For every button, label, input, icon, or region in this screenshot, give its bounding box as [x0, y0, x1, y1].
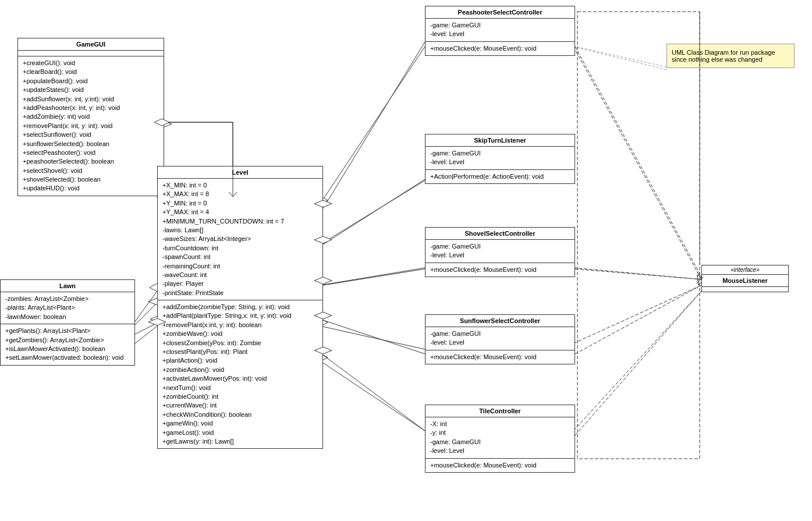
svg-line-24 — [573, 291, 701, 431]
note-box: UML Class Diagram for run package since … — [666, 44, 795, 68]
class-shovel-attributes: -game: GameGUI -level: Level — [425, 240, 575, 263]
svg-line-9 — [320, 47, 425, 204]
class-skip-turn-header: SkipTurnListener — [425, 134, 575, 147]
class-skip-turn-attributes: -game: GameGUI -level: Level — [425, 147, 575, 170]
svg-line-25 — [573, 47, 666, 70]
svg-rect-49 — [577, 12, 700, 459]
class-lawn-methods: +getPlants(): ArrayList<Plant> +getZombi… — [1, 324, 134, 365]
class-gamegui-attributes — [18, 51, 164, 56]
svg-line-40 — [323, 320, 425, 354]
class-level-attributes: +X_MIN: int = 0 +X_MAX: int = 8 +Y_MIN: … — [158, 179, 322, 300]
svg-line-13 — [320, 268, 425, 285]
svg-line-36 — [323, 179, 425, 244]
svg-line-21 — [573, 268, 701, 279]
class-peashooter-attributes: -game: GameGUI -level: Level — [425, 19, 575, 42]
class-shovel-methods: +mouseClicked(e: MouseEvent): void — [425, 263, 575, 277]
svg-line-44 — [575, 47, 701, 277]
class-sunflower-methods: +mouseClicked(e: MouseEvent): void — [425, 350, 575, 364]
interface-stereotype: «interface» — [702, 265, 788, 275]
svg-line-23 — [573, 285, 701, 343]
class-tile-attributes: -X: int -y: int -game: GameGUI -level: L… — [425, 417, 575, 459]
note-text: UML Class Diagram for run package since … — [672, 49, 775, 63]
class-level-header: Level — [158, 166, 322, 179]
diagram-canvas: GameGUI +createGUI(): void +clearBoard()… — [0, 0, 812, 521]
class-tile-controller: TileController -X: int -y: int -game: Ga… — [425, 405, 575, 473]
interface-mouselistener: «interface» MouseListener — [701, 265, 789, 292]
svg-line-17 — [320, 361, 425, 431]
svg-line-48 — [575, 47, 666, 67]
class-lawn: Lawn -zombies: ArrayList<Zombie> -plants… — [0, 279, 135, 366]
svg-line-11 — [320, 180, 425, 244]
interface-name: MouseListener — [702, 275, 788, 287]
svg-line-4 — [134, 323, 157, 335]
class-peashooter-header: PeashooterSelectController — [425, 6, 575, 19]
svg-line-2 — [134, 303, 157, 326]
svg-line-45 — [575, 269, 701, 279]
svg-line-32 — [135, 326, 157, 343]
class-shovel-select: ShovelSelectController -game: GameGUI -l… — [425, 227, 575, 277]
class-lawn-attributes: -zombies: ArrayList<Zombie> -plants: Arr… — [1, 292, 134, 324]
class-sunflower-attributes: -game: GameGUI -level: Level — [425, 327, 575, 350]
class-gamegui-methods: +createGUI(): void +clearBoard(): void +… — [18, 56, 164, 196]
svg-line-26 — [134, 291, 157, 323]
svg-line-46 — [575, 285, 701, 354]
svg-line-15 — [320, 326, 425, 349]
class-sunflower-header: SunflowerSelectController — [425, 315, 575, 327]
svg-line-38 — [323, 269, 425, 285]
class-gamegui: GameGUI +createGUI(): void +clearBoard()… — [17, 38, 164, 196]
class-skip-turn: SkipTurnListener -game: GameGUI -level: … — [425, 134, 575, 184]
svg-line-19 — [573, 47, 701, 279]
class-skip-turn-methods: +Action|Performed(e: ActionEvent): void — [425, 170, 575, 183]
class-peashooter-methods: +mouseClicked(e: MouseEvent): void — [425, 42, 575, 55]
class-level-methods: +addZombie(zombieType: String, y: int): … — [158, 300, 322, 448]
class-shovel-header: ShovelSelectController — [425, 228, 575, 240]
class-peashooter-select: PeashooterSelectController -game: GameGU… — [425, 6, 575, 56]
class-level: Level +X_MIN: int = 0 +X_MAX: int = 8 +Y… — [157, 166, 323, 449]
class-gamegui-header: GameGUI — [18, 38, 164, 51]
class-sunflower-select: SunflowerSelectController -game: GameGUI… — [425, 314, 575, 364]
class-tile-header: TileController — [425, 405, 575, 417]
class-tile-methods: +mouseClicked(e: MouseEvent): void — [425, 459, 575, 472]
svg-line-34 — [323, 42, 425, 208]
svg-line-47 — [575, 291, 701, 435]
interface-body — [702, 287, 788, 292]
svg-line-42 — [323, 355, 425, 431]
class-lawn-header: Lawn — [1, 280, 134, 292]
